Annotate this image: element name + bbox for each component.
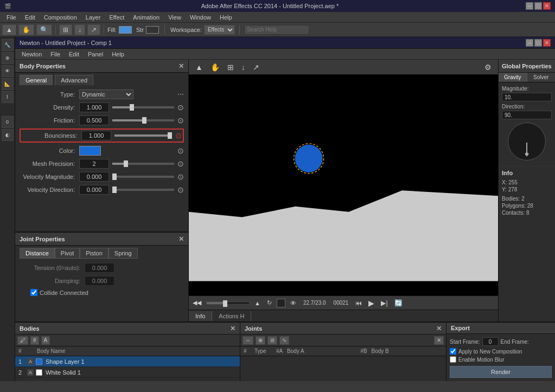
body-properties-close[interactable]: ✕: [178, 62, 184, 70]
joint-properties-close[interactable]: ✕: [178, 235, 184, 243]
tool-grid[interactable]: ⊞: [59, 24, 72, 35]
tool-hand[interactable]: ✋: [18, 24, 34, 35]
menu-file[interactable]: File: [2, 13, 21, 22]
damping-value[interactable]: 0.000: [85, 276, 114, 286]
global-tab-gravity[interactable]: Gravity: [499, 73, 527, 82]
joint-tab-piston[interactable]: Piston: [80, 248, 109, 259]
tool-more2[interactable]: ↗: [87, 24, 100, 35]
tool-search[interactable]: 🔍: [36, 24, 52, 35]
joints-tool-del[interactable]: ✕: [434, 336, 444, 345]
menu-window[interactable]: Window: [186, 13, 215, 22]
vb-refresh-btn[interactable]: 🔄: [393, 299, 404, 307]
type-select[interactable]: Dynamic: [79, 89, 133, 99]
velocity-dir-slider[interactable]: [112, 189, 174, 191]
menu-view[interactable]: View: [164, 13, 186, 22]
bodies-row-2[interactable]: 2 A White Solid 1: [15, 367, 240, 378]
color-swatch[interactable]: [79, 146, 101, 156]
newton-min-btn[interactable]: ─: [526, 39, 533, 47]
mesh-precision-value[interactable]: 2: [79, 159, 109, 169]
vt-grid-btn[interactable]: ⊞: [225, 62, 236, 73]
bounciness-dot[interactable]: ⊙: [175, 131, 182, 140]
density-value[interactable]: 1.000: [79, 102, 109, 112]
joint-tab-distance[interactable]: Distance: [20, 248, 55, 259]
close-btn[interactable]: ✕: [543, 2, 551, 10]
timeline-slider[interactable]: [206, 301, 250, 305]
newton-menu-help[interactable]: Help: [107, 50, 129, 59]
sidebar-icon-7[interactable]: ◐: [2, 129, 14, 141]
tab-general[interactable]: General: [20, 75, 53, 85]
vt-hand-btn[interactable]: ✋: [208, 62, 222, 73]
tab-advanced[interactable]: Advanced: [55, 75, 93, 85]
color-dot[interactable]: ⊙: [177, 146, 184, 155]
friction-slider-track[interactable]: [112, 119, 174, 121]
info-tab-actions[interactable]: Actions H: [212, 311, 251, 321]
bodies-row-1[interactable]: 1 A Shape Layer 1: [15, 356, 240, 367]
joints-tool-4[interactable]: ∿: [279, 336, 289, 345]
density-dot[interactable]: ⊙: [177, 103, 184, 112]
joints-tool-2[interactable]: ⊕: [256, 336, 265, 345]
viewport[interactable]: [189, 75, 498, 295]
bounciness-slider-track[interactable]: [114, 134, 172, 137]
friction-value[interactable]: 0.500: [79, 115, 109, 125]
global-tab-solver[interactable]: Solver: [527, 73, 556, 82]
maximize-btn[interactable]: □: [534, 2, 542, 10]
vb-eye-btn[interactable]: 👁: [289, 299, 298, 307]
velocity-mag-value[interactable]: 0.000: [79, 172, 109, 182]
motion-blur-checkbox[interactable]: [450, 356, 456, 363]
velocity-mag-dot[interactable]: ⊙: [177, 172, 184, 181]
newton-menu-panel[interactable]: Panel: [84, 50, 107, 59]
sidebar-icon-6[interactable]: 0: [2, 116, 14, 128]
bodies-close[interactable]: ✕: [230, 325, 235, 332]
info-tab-info[interactable]: Info: [189, 311, 212, 321]
newton-close-btn[interactable]: ✕: [543, 39, 551, 47]
direction-value[interactable]: 90.: [502, 111, 552, 119]
joint-tab-spring[interactable]: Spring: [109, 248, 138, 259]
str-swatch[interactable]: [146, 26, 159, 34]
velocity-dir-dot[interactable]: ⊙: [177, 185, 184, 194]
search-input[interactable]: [244, 25, 309, 35]
tension-value[interactable]: 0.000: [85, 263, 114, 273]
joint-tab-pivot[interactable]: Pivot: [55, 248, 80, 259]
workspace-select[interactable]: Effects: [204, 25, 235, 35]
start-frame-input[interactable]: [482, 337, 499, 346]
newton-menu-file[interactable]: File: [46, 50, 65, 59]
friction-dot[interactable]: ⊙: [177, 116, 184, 125]
velocity-mag-slider[interactable]: [112, 176, 174, 178]
vt-up-btn[interactable]: ↗: [251, 62, 261, 73]
menu-composition[interactable]: Composition: [40, 13, 81, 22]
sidebar-icon-1[interactable]: 🔧: [2, 39, 14, 51]
newton-menu-edit[interactable]: Edit: [65, 50, 84, 59]
sidebar-icon-2[interactable]: ⊕: [2, 52, 14, 64]
vb-start-btn[interactable]: ⏮: [354, 299, 363, 307]
vb-play-btn[interactable]: ▶: [367, 298, 376, 308]
tool-more1[interactable]: ↓: [74, 24, 85, 35]
mesh-precision-dot[interactable]: ⊙: [177, 159, 184, 168]
magnitude-value[interactable]: 10.: [502, 93, 552, 101]
bodies-tool-2[interactable]: #: [30, 336, 39, 345]
joints-tool-3[interactable]: ⊘: [267, 336, 277, 345]
apply-checkbox[interactable]: [450, 348, 456, 355]
tool-select[interactable]: ▲: [2, 24, 16, 35]
vb-playstep-btn[interactable]: ▶|: [379, 299, 389, 307]
menu-edit[interactable]: Edit: [21, 13, 40, 22]
newton-max-btn[interactable]: □: [534, 39, 542, 47]
vb-back-btn[interactable]: ◀◀: [191, 299, 203, 307]
minimize-btn[interactable]: ─: [526, 2, 533, 10]
vb-loop-btn[interactable]: ↻: [265, 299, 273, 307]
velocity-dir-value[interactable]: 0.000: [79, 185, 109, 195]
vb-up-btn[interactable]: ▲: [253, 299, 262, 307]
render-btn[interactable]: Render: [450, 366, 552, 378]
menu-help[interactable]: Help: [215, 13, 237, 22]
bodies-tool-1[interactable]: 🖊: [17, 336, 28, 345]
newton-menu-newton[interactable]: Newton: [17, 50, 46, 59]
type-expand[interactable]: ⋯: [177, 91, 184, 98]
sidebar-icon-3[interactable]: 👁: [2, 65, 14, 77]
vt-select-btn[interactable]: ▲: [193, 62, 205, 73]
collide-checkbox[interactable]: [30, 289, 37, 296]
vt-settings-btn[interactable]: ⚙: [482, 62, 494, 73]
vt-down-btn[interactable]: ↓: [239, 62, 247, 73]
joints-close[interactable]: ✕: [436, 325, 442, 332]
bodies-tool-3[interactable]: A: [41, 336, 50, 345]
bounciness-value[interactable]: 1.000: [81, 131, 111, 140]
joints-tool-1[interactable]: ↔: [243, 336, 253, 345]
